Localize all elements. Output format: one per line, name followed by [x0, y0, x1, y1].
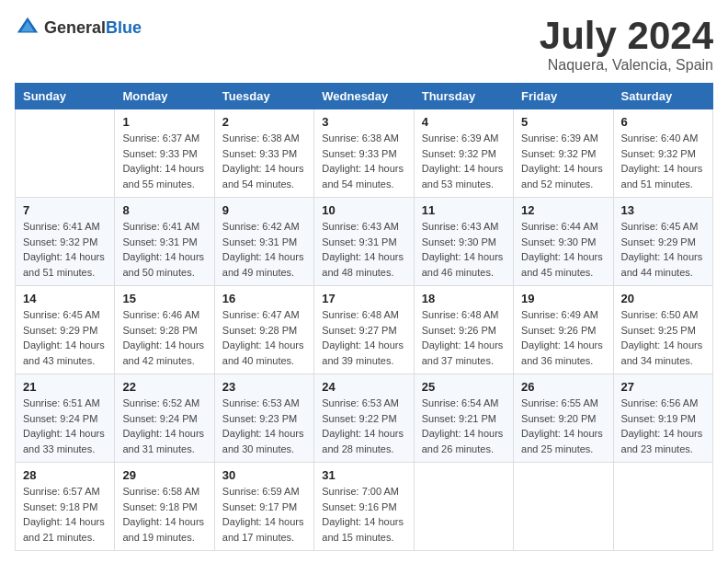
day-info: Sunrise: 6:57 AM Sunset: 9:18 PM Dayligh…: [23, 484, 107, 545]
day-info: Sunrise: 7:00 AM Sunset: 9:16 PM Dayligh…: [322, 484, 405, 545]
day-info: Sunrise: 6:51 AM Sunset: 9:24 PM Dayligh…: [23, 396, 107, 456]
day-cell: 17Sunrise: 6:48 AM Sunset: 9:27 PM Dayli…: [314, 286, 414, 374]
day-number: 11: [422, 203, 506, 217]
header-monday: Monday: [115, 84, 214, 109]
month-title: July 2024: [540, 15, 713, 57]
day-cell: 20Sunrise: 6:50 AM Sunset: 9:25 PM Dayli…: [613, 286, 712, 374]
day-info: Sunrise: 6:45 AM Sunset: 9:29 PM Dayligh…: [23, 307, 107, 368]
day-number: 4: [422, 115, 506, 129]
location-title: Naquera, Valencia, Spain: [540, 57, 713, 74]
header-friday: Friday: [514, 84, 613, 109]
day-info: Sunrise: 6:48 AM Sunset: 9:27 PM Dayligh…: [322, 307, 405, 368]
day-info: Sunrise: 6:58 AM Sunset: 9:18 PM Dayligh…: [122, 484, 206, 545]
day-cell: 18Sunrise: 6:48 AM Sunset: 9:26 PM Dayli…: [414, 286, 513, 374]
day-number: 3: [322, 115, 405, 129]
day-number: 17: [322, 292, 405, 305]
day-cell: [414, 463, 513, 551]
day-number: 28: [23, 468, 107, 482]
day-info: Sunrise: 6:39 AM Sunset: 9:32 PM Dayligh…: [521, 131, 605, 191]
header-sunday: Sunday: [16, 84, 115, 109]
day-info: Sunrise: 6:47 AM Sunset: 9:28 PM Dayligh…: [222, 307, 306, 368]
day-info: Sunrise: 6:43 AM Sunset: 9:30 PM Dayligh…: [422, 219, 506, 280]
day-cell: 29Sunrise: 6:58 AM Sunset: 9:18 PM Dayli…: [115, 463, 214, 551]
day-cell: 26Sunrise: 6:55 AM Sunset: 9:20 PM Dayli…: [514, 374, 613, 463]
day-info: Sunrise: 6:39 AM Sunset: 9:32 PM Dayligh…: [422, 131, 506, 191]
day-info: Sunrise: 6:56 AM Sunset: 9:19 PM Dayligh…: [621, 396, 705, 456]
day-info: Sunrise: 6:52 AM Sunset: 9:24 PM Dayligh…: [122, 396, 206, 456]
week-row-1: 7Sunrise: 6:41 AM Sunset: 9:32 PM Daylig…: [16, 198, 713, 286]
day-number: 24: [322, 380, 405, 394]
day-info: Sunrise: 6:49 AM Sunset: 9:26 PM Dayligh…: [521, 307, 605, 368]
day-info: Sunrise: 6:41 AM Sunset: 9:31 PM Dayligh…: [122, 219, 206, 280]
day-info: Sunrise: 6:44 AM Sunset: 9:30 PM Dayligh…: [521, 219, 605, 280]
day-cell: 15Sunrise: 6:46 AM Sunset: 9:28 PM Dayli…: [115, 286, 214, 374]
day-cell: 7Sunrise: 6:41 AM Sunset: 9:32 PM Daylig…: [16, 198, 115, 286]
day-number: 7: [23, 203, 107, 217]
header-row: SundayMondayTuesdayWednesdayThursdayFrid…: [16, 84, 713, 109]
day-info: Sunrise: 6:43 AM Sunset: 9:31 PM Dayligh…: [322, 219, 405, 280]
page-header: GeneralBlue July 2024 Naquera, Valencia,…: [15, 15, 713, 74]
logo: GeneralBlue: [15, 15, 142, 40]
day-cell: 28Sunrise: 6:57 AM Sunset: 9:18 PM Dayli…: [16, 463, 115, 551]
week-row-4: 28Sunrise: 6:57 AM Sunset: 9:18 PM Dayli…: [16, 463, 713, 551]
day-cell: 23Sunrise: 6:53 AM Sunset: 9:23 PM Dayli…: [214, 374, 313, 463]
logo-icon: [15, 15, 40, 40]
day-info: Sunrise: 6:53 AM Sunset: 9:23 PM Dayligh…: [222, 396, 306, 456]
day-cell: 2Sunrise: 6:38 AM Sunset: 9:33 PM Daylig…: [214, 109, 313, 198]
day-info: Sunrise: 6:53 AM Sunset: 9:22 PM Dayligh…: [322, 396, 405, 456]
header-tuesday: Tuesday: [214, 84, 313, 109]
day-number: 23: [222, 380, 306, 394]
day-info: Sunrise: 6:38 AM Sunset: 9:33 PM Dayligh…: [322, 131, 405, 191]
day-cell: 27Sunrise: 6:56 AM Sunset: 9:19 PM Dayli…: [613, 374, 712, 463]
day-cell: 3Sunrise: 6:38 AM Sunset: 9:33 PM Daylig…: [314, 109, 414, 198]
day-cell: [16, 109, 115, 198]
day-info: Sunrise: 6:59 AM Sunset: 9:17 PM Dayligh…: [222, 484, 306, 545]
day-number: 29: [122, 468, 206, 482]
day-number: 12: [521, 203, 605, 217]
day-number: 5: [521, 115, 605, 129]
day-cell: 22Sunrise: 6:52 AM Sunset: 9:24 PM Dayli…: [115, 374, 214, 463]
day-cell: 13Sunrise: 6:45 AM Sunset: 9:29 PM Dayli…: [613, 198, 712, 286]
day-number: 26: [521, 380, 605, 394]
day-cell: 1Sunrise: 6:37 AM Sunset: 9:33 PM Daylig…: [115, 109, 214, 198]
week-row-3: 21Sunrise: 6:51 AM Sunset: 9:24 PM Dayli…: [16, 374, 713, 463]
day-cell: 12Sunrise: 6:44 AM Sunset: 9:30 PM Dayli…: [514, 198, 613, 286]
day-number: 13: [621, 203, 705, 217]
day-info: Sunrise: 6:50 AM Sunset: 9:25 PM Dayligh…: [621, 307, 705, 368]
day-info: Sunrise: 6:46 AM Sunset: 9:28 PM Dayligh…: [122, 307, 206, 368]
day-number: 25: [422, 380, 506, 394]
day-number: 6: [621, 115, 705, 129]
day-info: Sunrise: 6:48 AM Sunset: 9:26 PM Dayligh…: [422, 307, 506, 368]
day-info: Sunrise: 6:40 AM Sunset: 9:32 PM Dayligh…: [621, 131, 705, 191]
day-info: Sunrise: 6:37 AM Sunset: 9:33 PM Dayligh…: [122, 131, 206, 191]
day-number: 20: [621, 292, 705, 305]
day-number: 10: [322, 203, 405, 217]
day-number: 8: [122, 203, 206, 217]
title-area: July 2024 Naquera, Valencia, Spain: [540, 15, 713, 74]
day-cell: 19Sunrise: 6:49 AM Sunset: 9:26 PM Dayli…: [514, 286, 613, 374]
day-cell: 24Sunrise: 6:53 AM Sunset: 9:22 PM Dayli…: [314, 374, 414, 463]
day-cell: 14Sunrise: 6:45 AM Sunset: 9:29 PM Dayli…: [16, 286, 115, 374]
day-cell: 21Sunrise: 6:51 AM Sunset: 9:24 PM Dayli…: [16, 374, 115, 463]
day-number: 21: [23, 380, 107, 394]
day-info: Sunrise: 6:55 AM Sunset: 9:20 PM Dayligh…: [521, 396, 605, 456]
day-cell: 9Sunrise: 6:42 AM Sunset: 9:31 PM Daylig…: [214, 198, 313, 286]
day-cell: [613, 463, 712, 551]
day-cell: [514, 463, 613, 551]
day-number: 31: [322, 468, 405, 482]
day-cell: 11Sunrise: 6:43 AM Sunset: 9:30 PM Dayli…: [414, 198, 513, 286]
day-info: Sunrise: 6:54 AM Sunset: 9:21 PM Dayligh…: [422, 396, 506, 456]
day-number: 16: [222, 292, 306, 305]
week-row-0: 1Sunrise: 6:37 AM Sunset: 9:33 PM Daylig…: [16, 109, 713, 198]
day-info: Sunrise: 6:38 AM Sunset: 9:33 PM Dayligh…: [222, 131, 306, 191]
logo-text-general: General: [44, 18, 106, 37]
day-info: Sunrise: 6:41 AM Sunset: 9:32 PM Dayligh…: [23, 219, 107, 280]
day-number: 22: [122, 380, 206, 394]
day-number: 15: [122, 292, 206, 305]
calendar-table: SundayMondayTuesdayWednesdayThursdayFrid…: [15, 83, 713, 551]
day-number: 2: [222, 115, 306, 129]
day-info: Sunrise: 6:45 AM Sunset: 9:29 PM Dayligh…: [621, 219, 705, 280]
day-cell: 4Sunrise: 6:39 AM Sunset: 9:32 PM Daylig…: [414, 109, 513, 198]
header-saturday: Saturday: [613, 84, 712, 109]
logo-text-blue: Blue: [106, 18, 142, 37]
